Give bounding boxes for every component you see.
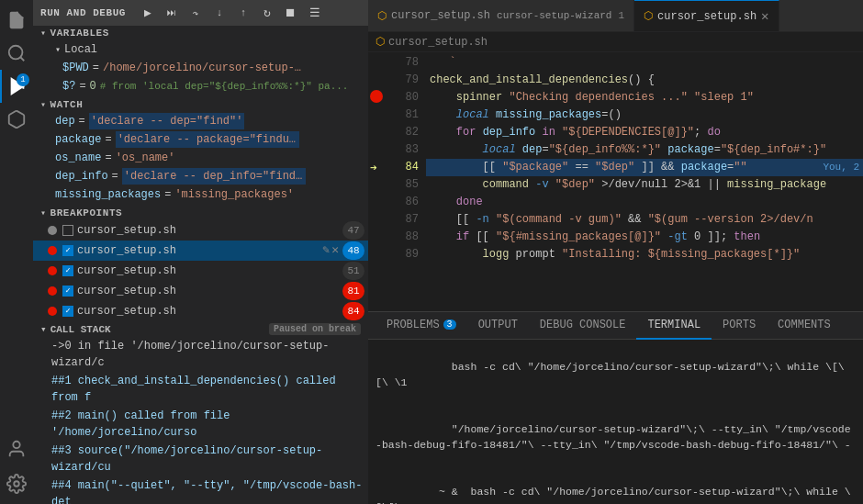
gutter-84-arrow: ➔ [368, 160, 385, 177]
callstack-status: Paused on break [269, 323, 361, 335]
bp-line-51: 51 [342, 262, 364, 280]
editor-breadcrumb: ⬡ cursor_setup.sh [368, 32, 863, 52]
var-pwd-name: $PWD [62, 60, 89, 76]
gutter: ➔ [368, 52, 385, 311]
var-exit-comment: # from 'local dep="${dep_info%%:*}" pa..… [100, 78, 349, 95]
panel-tabs: PROBLEMS 3 OUTPUT DEBUG CONSOLE TERMINAL… [368, 312, 863, 340]
watch-label: WATCH [50, 99, 84, 110]
bp-dot-48 [48, 246, 57, 255]
bp-check-84[interactable]: ✓ [62, 306, 73, 317]
activity-icon-account[interactable] [0, 432, 33, 465]
callstack-item-4[interactable]: ##4 main("--quiet", "--tty", "/tmp/vscod… [33, 476, 368, 504]
gutter-80 [368, 90, 385, 107]
activity-icon-settings[interactable] [0, 467, 33, 500]
svg-point-0 [9, 46, 23, 60]
bp-check-47[interactable] [62, 225, 73, 236]
gutter-81 [368, 107, 385, 125]
bp-line-47: 47 [342, 221, 364, 240]
tab-problems[interactable]: PROBLEMS 3 [375, 312, 467, 340]
watch-package: package = 'declare -- package="findutils… [33, 130, 368, 149]
debug-step-out-btn[interactable]: ↑ [232, 4, 254, 22]
debug-arrow-icon: ➔ [370, 160, 377, 177]
callstack-section-header[interactable]: ▾ CALL STACK Paused on break [33, 321, 368, 337]
callstack-item-0[interactable]: ->0 in file '/home/jorcelino/cursor-setu… [33, 337, 368, 372]
activity-icon-debug[interactable]: 1 [0, 70, 33, 103]
tab-output[interactable]: OUTPUT [467, 312, 529, 340]
bp-filename-84: cursor_setup.sh [77, 302, 342, 320]
debug-step-into-btn[interactable]: ↓ [208, 4, 230, 22]
sidebar: RUN AND DEBUG ▶ ⏭ ↷ ↓ ↑ ↻ ⏹ ☰ ▾ VARIABLE… [33, 0, 368, 504]
tab-editor-1[interactable]: ⬡ cursor_setup.sh cursor-setup-wizard 1 [368, 0, 634, 32]
activity-icon-search[interactable] [0, 37, 33, 70]
breakpoints-label: BREAKPOINTS [50, 207, 123, 218]
breakpoint-item-81[interactable]: ✓ cursor_setup.sh 81 [33, 281, 368, 301]
gutter-dot-80 [370, 90, 383, 103]
main-content: ⬡ cursor_setup.sh cursor-setup-wizard 1 … [368, 0, 863, 504]
activity-icon-extensions[interactable] [0, 103, 33, 136]
tab-label-1: cursor_setup.sh [391, 9, 490, 22]
bp-actions-48: ✎ ✕ [322, 241, 339, 260]
debug-pause-btn[interactable]: ⏭ [161, 4, 183, 22]
callstack-item-2[interactable]: ##2 main() called from file '/home/jorce… [33, 407, 368, 442]
gutter-79 [368, 70, 385, 87]
tab-ports[interactable]: PORTS [712, 312, 767, 340]
gutter-82 [368, 125, 385, 142]
watch-missing-packages: missing_packages = 'missing_packages' [33, 185, 368, 204]
debug-stop-btn[interactable]: ⏹ [280, 4, 302, 22]
breakpoint-item-48[interactable]: ✓ cursor_setup.sh ✎ ✕ 48 [33, 241, 368, 261]
breakpoint-item-47[interactable]: cursor_setup.sh 47 [33, 220, 368, 241]
debug-continue-btn[interactable]: ▶ [137, 4, 159, 22]
terminal-line-1: bash -c cd\ "/home/jorcelino/cursor-setu… [375, 343, 856, 406]
gutter-85 [368, 177, 385, 195]
code-line-84: [[ "$package" == "$dep" ]] && package=""… [426, 159, 863, 176]
watch-section-header[interactable]: ▾ WATCH [33, 97, 368, 112]
tab-debug-console[interactable]: DEBUG CONSOLE [529, 312, 637, 340]
bp-dot-84 [48, 307, 57, 316]
breakpoint-item-84[interactable]: ✓ cursor_setup.sh 84 [33, 301, 368, 321]
tab-editor-2[interactable]: ⬡ cursor_setup.sh ✕ [634, 0, 779, 32]
variables-section-header[interactable]: ▾ VARIABLES [33, 26, 368, 40]
tab-badge-1: cursor-setup-wizard [497, 10, 611, 21]
callstack-item-1[interactable]: ##1 check_and_install_dependencies() cal… [33, 372, 368, 407]
bp-delete-icon[interactable]: ✕ [331, 241, 339, 260]
code-view: ➔ 78 79 80 81 82 83 84 85 86 87 88 [368, 52, 863, 311]
bp-check-51[interactable]: ✓ [62, 265, 73, 276]
breakpoint-item-51[interactable]: ✓ cursor_setup.sh 51 [33, 261, 368, 281]
gutter-78 [368, 52, 385, 70]
breakpoints-section-header[interactable]: ▾ BREAKPOINTS [33, 206, 368, 220]
bp-check-48[interactable]: ✓ [62, 245, 73, 256]
tab-comments[interactable]: COMMENTS [767, 312, 842, 340]
gutter-83 [368, 142, 385, 160]
bp-check-81[interactable]: ✓ [62, 286, 73, 297]
terminal-content: bash -c cd\ "/home/jorcelino/cursor-setu… [368, 340, 863, 504]
code-line-85: command -v "$dep" >/dev/null 2>&1 || mis… [426, 176, 863, 194]
local-section-header[interactable]: ▾ Local [40, 40, 368, 59]
tab-icon-2: ⬡ [644, 9, 653, 23]
debug-step-over-btn[interactable]: ↷ [185, 4, 207, 22]
bp-edit-icon[interactable]: ✎ [322, 241, 330, 260]
svg-point-4 [13, 442, 19, 448]
watch-os-name: os_name = 'os_name' [33, 149, 368, 167]
tab-num-1: 1 [618, 10, 624, 21]
gutter-86 [368, 195, 385, 212]
local-label: Local [64, 43, 97, 56]
variables-chevron: ▾ [40, 28, 47, 39]
svg-line-1 [20, 57, 24, 61]
bp-line-81: 81 [342, 282, 364, 300]
activity-icon-files[interactable] [0, 4, 33, 37]
callstack-item-3[interactable]: ##3 source("/home/jorcelino/cursor-setup… [33, 442, 368, 476]
code-line-87: [[ -n "$(command -v gum)" && "$(gum --ve… [426, 211, 863, 229]
debug-menu-btn[interactable]: ☰ [304, 4, 326, 22]
activity-bar: 1 [0, 0, 33, 504]
code-line-89: logg prompt "Installing: ${missing_packa… [426, 246, 863, 263]
svg-point-5 [14, 481, 19, 487]
gutter-89 [368, 247, 385, 264]
code-line-88: if [[ "${#missing_packages[@]}" -gt 0 ]]… [426, 229, 863, 246]
code-line-83: local dep="${dep_info%%:*}" package="${d… [426, 141, 863, 159]
tab-close-2[interactable]: ✕ [761, 8, 768, 24]
tab-terminal[interactable]: TERMINAL [636, 312, 712, 340]
bp-filename-51: cursor_setup.sh [77, 262, 342, 280]
debug-restart-btn[interactable]: ↻ [256, 4, 278, 22]
breadcrumb-file-icon: ⬡ [375, 35, 385, 49]
watch-dep: dep = 'declare -- dep="find"' [33, 112, 368, 130]
